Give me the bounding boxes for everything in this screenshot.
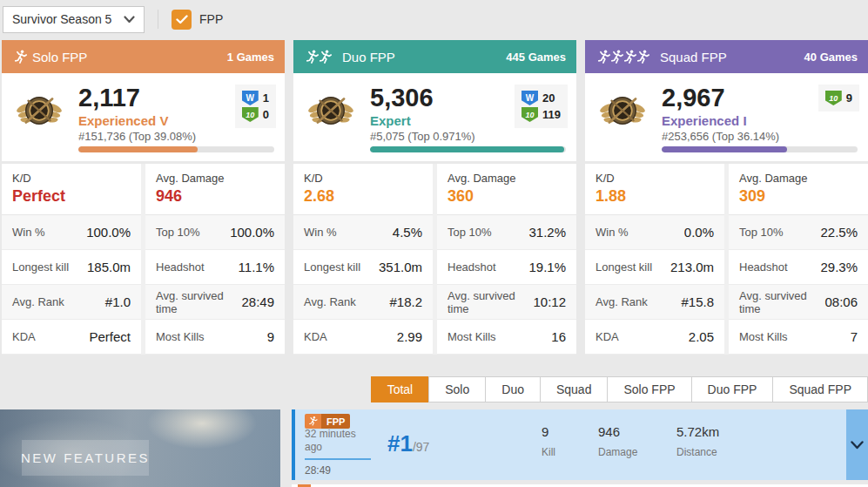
stat-row: Most Kills9 xyxy=(145,320,285,355)
stat-row: KDA2.05 xyxy=(585,320,724,355)
win-count: 20 xyxy=(542,91,555,105)
win-count: 1 xyxy=(263,91,269,105)
rating-panel: 5,306 Expert #5,075 (Top 0.971%) W 20 10… xyxy=(293,73,576,161)
kd-value: 1.88 xyxy=(595,187,714,206)
kd-cell: K/D Perfect xyxy=(2,164,141,215)
rank-medal-icon xyxy=(599,87,646,134)
stat-row: KDAPerfect xyxy=(2,320,141,355)
match-row[interactable]: FPP 32 minutes ago 28:49 #1/97 9 Kill 94… xyxy=(292,409,868,480)
card-header: Squad FPP 40 Games xyxy=(585,40,868,73)
stat-row: Top 10%22.5% xyxy=(729,215,868,250)
stat-row: Avg. Rank#1.0 xyxy=(2,285,141,320)
match-duration: 28:49 xyxy=(305,464,371,477)
top10-count: 9 xyxy=(846,91,852,105)
rating-points: 2,967 xyxy=(662,84,779,112)
stat-row: Avg. Rank#15.8 xyxy=(585,285,724,320)
check-icon xyxy=(176,15,188,24)
win-badge-icon: W xyxy=(242,91,259,105)
stat-row: Longest kill213.0m xyxy=(585,250,724,285)
match-placement: #1/97 xyxy=(387,430,429,457)
fpp-checkbox[interactable] xyxy=(172,10,192,30)
stat-row: Most Kills16 xyxy=(437,320,576,355)
stats-table: K/D 2.68 Win %4.5% Longest kill351.0m Av… xyxy=(293,164,576,355)
card-title: Duo FPP xyxy=(342,50,395,64)
stat-row: Avg. survived time10:12 xyxy=(437,285,576,320)
tab-squad-fpp[interactable]: Squad FPP xyxy=(772,376,868,402)
top-bar: Survivor Season 5 FPP xyxy=(0,0,868,35)
kd-value: Perfect xyxy=(12,187,131,206)
stat-row: KDA2.99 xyxy=(293,320,433,355)
match-stat-distance: 5.72km Distance xyxy=(676,424,719,458)
bottom-section: NEW FEATURES FPP 32 minutes ago 28:49 #1… xyxy=(0,409,868,487)
stat-row: Win %100.0% xyxy=(2,215,141,250)
rank-detail: #253,656 (Top 36.14%) xyxy=(662,130,779,143)
stat-row: Longest kill185.0m xyxy=(2,250,141,285)
match-mode-label: FPP xyxy=(321,414,350,429)
runner-icons xyxy=(304,49,330,65)
rank-detail: #151,736 (Top 39.08%) xyxy=(78,130,196,143)
placement-rank: #1 xyxy=(387,430,413,457)
rank-title: Experienced I xyxy=(662,113,779,128)
rank-progress-fill xyxy=(370,146,564,152)
card-title: Solo FPP xyxy=(32,50,87,64)
stat-row: Avg. survived time08:06 xyxy=(729,285,868,320)
rank-medal-icon xyxy=(16,87,63,134)
avg-damage-cell: Avg. Damage 309 xyxy=(729,164,868,215)
expand-match-button[interactable] xyxy=(846,409,868,480)
rank-progress-fill xyxy=(78,146,198,152)
tab-duo-fpp[interactable]: Duo FPP xyxy=(691,376,774,402)
tab-total[interactable]: Total xyxy=(371,376,430,402)
tab-duo[interactable]: Duo xyxy=(485,376,541,402)
rating-points: 5,306 xyxy=(370,84,475,112)
games-count: 40 Games xyxy=(804,51,858,64)
rank-progress-bar xyxy=(662,146,858,152)
chevron-down-icon xyxy=(851,441,864,450)
stat-row: Headshot29.3% xyxy=(729,250,868,285)
card-header: Duo FPP 445 Games xyxy=(293,40,576,73)
rank-title: Expert xyxy=(370,113,475,128)
stat-row: Longest kill351.0m xyxy=(293,250,433,285)
games-count: 1 Games xyxy=(227,51,274,64)
win-top10-counts: W 1 10 0 xyxy=(235,85,276,128)
avg-damage-cell: Avg. Damage 360 xyxy=(437,164,576,215)
banner-label: NEW FEATURES xyxy=(21,450,150,465)
stat-row: Most Kills7 xyxy=(729,320,868,355)
rank-progress-fill xyxy=(662,146,787,152)
match-filter-tabs: Total Solo Duo Squad Solo FPP Duo FPP Sq… xyxy=(0,376,868,402)
runner-icons xyxy=(595,49,648,65)
tab-solo-fpp[interactable]: Solo FPP xyxy=(607,376,691,402)
season-select[interactable]: Survivor Season 5 xyxy=(3,6,145,33)
top10-count: 119 xyxy=(542,108,561,121)
runner-icon xyxy=(305,414,321,429)
stat-row: Top 10%31.2% xyxy=(437,215,576,250)
stat-row: Win %4.5% xyxy=(293,215,433,250)
top10-badge-icon: 10 xyxy=(521,107,538,122)
stats-table: K/D 1.88 Win %0.0% Longest kill213.0m Av… xyxy=(585,164,868,355)
mode-cards: Solo FPP 1 Games 2,117 Experienced V #15… xyxy=(0,40,868,355)
mode-card-squad-fpp: Squad FPP 40 Games 2,967 Experienced I #… xyxy=(585,40,868,355)
pubg-stats-page: Survivor Season 5 FPP Solo FPP 1 Games xyxy=(0,0,868,487)
stat-row: Avg. survived time28:49 xyxy=(145,285,285,320)
tab-solo[interactable]: Solo xyxy=(428,376,486,402)
rating-panel: 2,117 Experienced V #151,736 (Top 39.08%… xyxy=(2,73,285,161)
rank-progress-bar xyxy=(370,146,566,152)
rating-panel: 2,967 Experienced I #253,656 (Top 36.14%… xyxy=(585,73,868,161)
new-features-banner[interactable]: NEW FEATURES xyxy=(0,409,280,487)
top10-counts: 10 9 xyxy=(818,85,859,112)
rating-points: 2,117 xyxy=(78,84,196,112)
kd-cell: K/D 2.68 xyxy=(293,164,433,215)
avg-damage-value: 309 xyxy=(739,187,858,206)
stat-row: Avg. Rank#18.2 xyxy=(293,285,433,320)
rank-medal-icon xyxy=(307,87,354,134)
tab-squad[interactable]: Squad xyxy=(540,376,608,402)
rank-detail: #5,075 (Top 0.971%) xyxy=(370,130,475,143)
avg-damage-value: 360 xyxy=(447,187,566,206)
banner-box: NEW FEATURES xyxy=(22,440,149,476)
rank-progress-bar xyxy=(78,146,274,152)
stat-row: Headshot11.1% xyxy=(145,250,285,285)
avg-damage-cell: Avg. Damage 946 xyxy=(145,164,285,215)
rank-title: Experienced V xyxy=(78,113,196,128)
games-count: 445 Games xyxy=(506,51,566,64)
mode-card-solo-fpp: Solo FPP 1 Games 2,117 Experienced V #15… xyxy=(2,40,285,355)
kd-cell: K/D 1.88 xyxy=(585,164,724,215)
